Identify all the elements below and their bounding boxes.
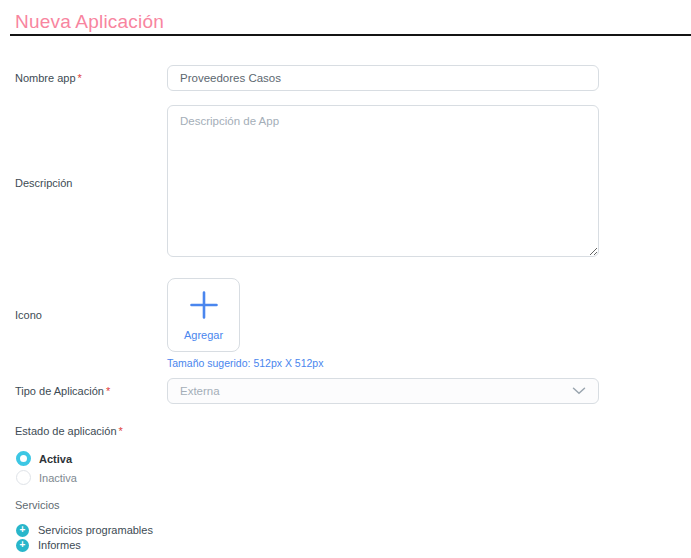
type-field-row: Tipo de Aplicación* Externa [0,378,691,404]
description-field-label: Descripción [15,177,72,189]
app-name-input[interactable] [167,65,599,91]
description-field-wrap [167,105,599,261]
new-application-page: Nueva Aplicación Nombre app* Descripción… [0,0,691,558]
app-type-select[interactable]: Externa [167,378,599,404]
title-divider [10,34,691,36]
status-section-label: Estado de aplicación [15,425,117,437]
type-field-label-wrap: Tipo de Aplicación* [0,385,167,397]
name-field-label-wrap: Nombre app* [0,72,167,84]
type-field-wrap: Externa [167,378,599,404]
icon-field-label-wrap: Icono [0,309,167,321]
required-asterisk: * [106,385,110,397]
radio-selected-icon[interactable] [16,451,31,466]
status-section-label-wrap: Estado de aplicación* [0,425,691,437]
status-radio-group: Activa Inactiva [0,449,691,487]
name-field-row: Nombre app* [0,65,691,91]
radio-unselected-icon[interactable] [16,470,31,485]
app-description-textarea[interactable] [167,105,599,257]
name-field-wrap [167,65,599,91]
name-field-label: Nombre app [15,72,76,84]
icon-field-wrap: Agregar Tamaño sugerido: 512px X 512px [167,278,599,369]
services-section-label: Servicios [15,499,60,511]
chevron-down-icon [572,385,586,397]
radio-option-label: Activa [39,453,72,465]
icon-upload-label: Agregar [184,329,223,341]
type-field-label: Tipo de Aplicación [15,385,104,397]
service-item-label: Informes [38,539,81,551]
icon-upload-button[interactable]: Agregar [167,278,240,352]
services-list: + Servicios programables + Informes [0,523,691,552]
icon-field-row: Icono Agregar Tamaño sugerido: 512px X 5… [0,278,691,369]
service-item-servicios-programables[interactable]: + Servicios programables [0,523,691,537]
icon-size-hint: Tamaño sugerido: 512px X 512px [167,357,599,369]
description-field-row: Descripción [0,105,691,261]
add-plus-icon: + [16,524,29,537]
radio-option-label: Inactiva [39,472,77,484]
description-field-label-wrap: Descripción [0,177,167,189]
radio-option-activa[interactable]: Activa [0,449,691,468]
radio-option-inactiva[interactable]: Inactiva [0,468,691,487]
required-asterisk: * [119,425,123,437]
services-section-label-wrap: Servicios [0,499,691,511]
service-item-informes[interactable]: + Informes [0,538,691,552]
add-plus-icon: + [16,539,29,552]
app-type-selected-value: Externa [180,385,572,397]
required-asterisk: * [78,72,82,84]
plus-icon [189,290,219,324]
page-header: Nueva Aplicación [0,0,691,33]
icon-field-label: Icono [15,309,42,321]
service-item-label: Servicios programables [38,524,153,536]
page-title: Nueva Aplicación [15,11,691,33]
